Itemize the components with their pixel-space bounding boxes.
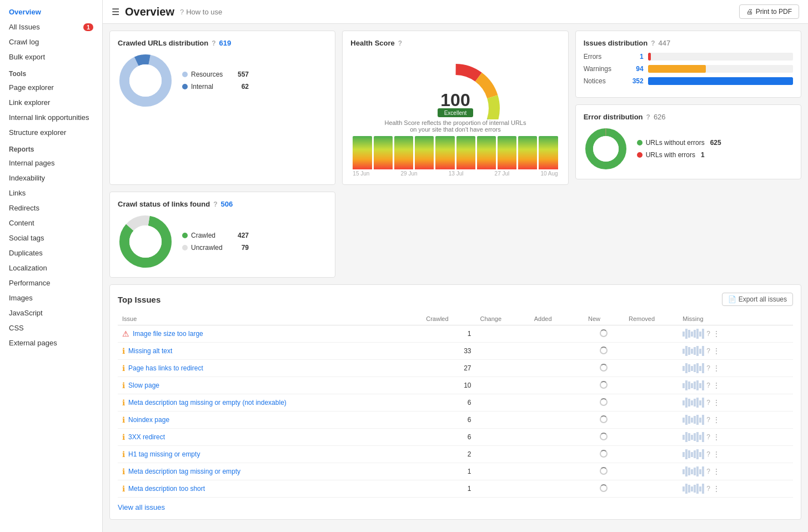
removed-cell xyxy=(624,377,678,394)
sidebar-item-bulk-export[interactable]: Bulk export xyxy=(0,49,102,64)
bar-seg xyxy=(682,452,685,457)
bar-seg xyxy=(691,332,693,337)
export-all-issues-button[interactable]: 📄 Export all issues xyxy=(722,293,793,306)
issue-name-cell: ⚠ Image file size too large xyxy=(118,325,421,343)
sidebar-item-redirects[interactable]: Redirects xyxy=(0,200,102,215)
uncrawled-label: Uncrawled xyxy=(191,244,238,252)
spinner-icon xyxy=(600,347,608,354)
bar-seg xyxy=(696,329,699,339)
missing-cell: ? ⋮ xyxy=(678,446,793,463)
bar-seg xyxy=(691,349,693,354)
question-icon[interactable]: ? xyxy=(706,364,710,372)
issue-link[interactable]: Meta description tag missing or empty xyxy=(128,468,240,475)
added-cell xyxy=(530,343,584,360)
issue-link[interactable]: Missing alt text xyxy=(128,347,172,355)
sidebar-item-content[interactable]: Content xyxy=(0,215,102,230)
crawled-urls-donut-svg xyxy=(118,53,173,108)
more-options-icon[interactable]: ⋮ xyxy=(712,467,720,476)
print-to-pdf-button[interactable]: 🖨 Print to PDF xyxy=(739,4,799,19)
question-icon[interactable]: ? xyxy=(706,433,710,441)
question-icon[interactable]: ? xyxy=(706,399,710,406)
internal-dot xyxy=(182,84,188,89)
sidebar-item-localization[interactable]: Localization xyxy=(0,260,102,275)
bar-seg xyxy=(696,415,699,425)
bar-seg xyxy=(685,380,687,390)
sidebar-item-internal-link-opp[interactable]: Internal link opportunities xyxy=(0,110,102,125)
bar-seg xyxy=(691,469,693,474)
sidebar-item-page-explorer[interactable]: Page explorer xyxy=(0,80,102,95)
sidebar-item-links[interactable]: Links xyxy=(0,185,102,200)
health-score-info-icon[interactable]: ? xyxy=(398,39,402,47)
sidebar-item-all-issues[interactable]: All Issues 1 xyxy=(0,19,102,34)
notices-label: Notices xyxy=(584,77,623,85)
issue-link[interactable]: Page has links to redirect xyxy=(128,364,203,372)
more-options-icon[interactable]: ⋮ xyxy=(712,364,720,373)
bar-seg xyxy=(702,346,704,356)
view-all-issues-link[interactable]: View all issues xyxy=(118,503,165,511)
more-options-icon[interactable]: ⋮ xyxy=(712,484,720,493)
crawled-label: Crawled xyxy=(191,232,234,239)
question-icon[interactable]: ? xyxy=(706,382,710,389)
error-dist-info-icon[interactable]: ? xyxy=(646,113,650,121)
sidebar-item-css[interactable]: CSS xyxy=(0,320,102,335)
sidebar-item-external-pages[interactable]: External pages xyxy=(0,335,102,350)
sidebar-item-structure-explorer[interactable]: Structure explorer xyxy=(0,125,102,140)
th-new: New xyxy=(584,313,624,325)
th-crawled: Crawled xyxy=(421,313,475,325)
question-icon[interactable]: ? xyxy=(706,416,710,424)
sidebar-item-overview[interactable]: Overview xyxy=(0,4,102,19)
question-icon[interactable]: ? xyxy=(706,347,710,355)
crawled-urls-title: Crawled URLs distribution ? 619 xyxy=(118,39,327,47)
issue-link[interactable]: Meta description too short xyxy=(128,485,205,493)
question-icon[interactable]: ? xyxy=(706,330,710,338)
errors-bar xyxy=(648,53,651,61)
bar-seg xyxy=(694,416,696,424)
issue-link[interactable]: Image file size too large xyxy=(133,330,203,338)
main-content: Crawled URLs distribution ? 619 xyxy=(103,24,808,532)
more-options-icon[interactable]: ⋮ xyxy=(712,329,720,338)
issue-link[interactable]: H1 tag missing or empty xyxy=(128,450,200,458)
spinner-icon xyxy=(600,329,608,337)
question-icon[interactable]: ? xyxy=(706,485,710,493)
issues-dist-info-icon[interactable]: ? xyxy=(651,39,655,47)
more-options-icon[interactable]: ⋮ xyxy=(712,347,720,355)
question-icon[interactable]: ? xyxy=(706,450,710,458)
issue-link[interactable]: Meta description tag missing or empty (n… xyxy=(128,399,287,406)
th-removed: Removed xyxy=(624,313,678,325)
issue-link[interactable]: 3XX redirect xyxy=(128,433,165,441)
sidebar-item-link-explorer[interactable]: Link explorer xyxy=(0,95,102,110)
issue-link[interactable]: Slow page xyxy=(128,382,159,389)
sidebar-item-social-tags[interactable]: Social tags xyxy=(0,230,102,245)
sidebar-item-duplicates[interactable]: Duplicates xyxy=(0,245,102,260)
sidebar: Overview All Issues 1 Crawl log Bulk exp… xyxy=(0,0,103,532)
more-options-icon[interactable]: ⋮ xyxy=(712,398,720,407)
question-icon[interactable]: ? xyxy=(706,468,710,475)
issue-link[interactable]: Noindex page xyxy=(128,416,169,424)
bar-seg xyxy=(682,400,685,405)
with-errors-item: URLs with errors 1 xyxy=(637,151,721,159)
change-cell xyxy=(475,377,529,394)
more-options-icon[interactable]: ⋮ xyxy=(712,433,720,441)
sidebar-item-internal-pages[interactable]: Internal pages xyxy=(0,155,102,170)
sidebar-item-crawl-log[interactable]: Crawl log xyxy=(0,34,102,49)
bar-seg xyxy=(696,484,699,494)
crawl-status-info-icon[interactable]: ? xyxy=(213,200,217,208)
crawled-urls-count[interactable]: 619 xyxy=(219,39,232,47)
more-options-icon[interactable]: ⋮ xyxy=(712,381,720,390)
uncrawled-value: 79 xyxy=(242,244,249,252)
bar-seg xyxy=(691,418,693,423)
more-options-icon[interactable]: ⋮ xyxy=(712,415,720,424)
more-options-icon[interactable]: ⋮ xyxy=(712,450,720,459)
error-dist-total: 626 xyxy=(654,113,666,121)
sidebar-item-images[interactable]: Images xyxy=(0,290,102,305)
sidebar-item-javascript[interactable]: JavaScript xyxy=(0,305,102,320)
crawled-urls-info-icon[interactable]: ? xyxy=(212,39,215,47)
sidebar-item-performance[interactable]: Performance xyxy=(0,275,102,290)
added-cell xyxy=(530,446,584,463)
hamburger-icon[interactable]: ☰ xyxy=(112,7,119,17)
new-cell xyxy=(584,325,624,343)
sidebar-item-indexability[interactable]: Indexability xyxy=(0,170,102,185)
crawl-status-count[interactable]: 506 xyxy=(220,200,233,208)
sidebar-label-internal-link-opp: Internal link opportunities xyxy=(9,113,89,122)
how-to-use-link[interactable]: ? How to use xyxy=(180,8,222,16)
